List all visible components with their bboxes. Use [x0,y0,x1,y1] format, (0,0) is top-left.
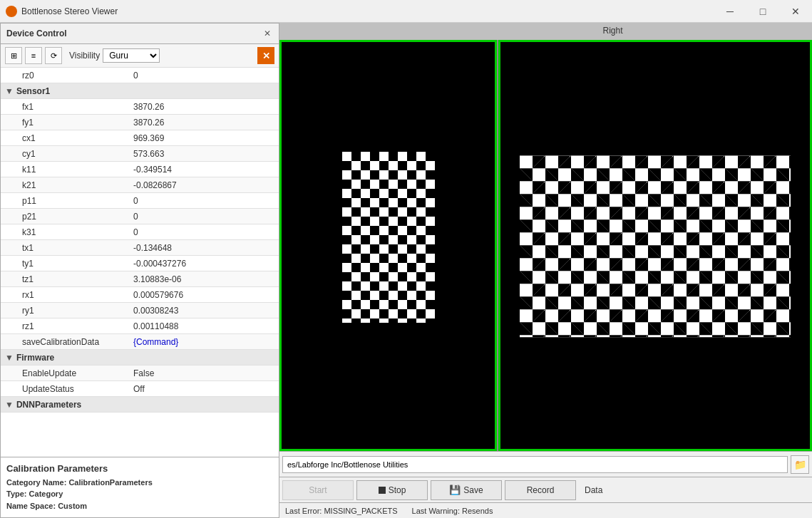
panel-bottom-meta: Category Name: CalibrationParameters Typ… [6,477,273,512]
left-cam-bg [282,42,495,449]
camera-view-left [279,40,497,451]
prop-value-tx1[interactable]: -0.134648 [129,242,279,254]
visibility-label: Visibility [69,51,100,61]
status-bar: Last Error: MISSING_PACKETS Last Warning… [279,502,812,518]
prop-row-rz0: rz0 0 [1,68,279,83]
app-title: Bottlenose Stereo Viewer [21,6,118,16]
app-icon [6,6,17,17]
maximize-button[interactable]: □ [746,0,779,23]
category-name-label: Category Name: [6,478,66,487]
namespace-line: Name Space: Custom [6,500,273,512]
prop-value-enableupdate[interactable]: False [129,367,279,380]
namespace-label: Name Space: [6,502,56,510]
prop-name-tz1: tz1 [1,273,129,286]
prop-row-tz1: tz1 3.10883e-06 [1,271,279,287]
prop-value-k31[interactable]: 0 [129,226,279,239]
close-x-button[interactable]: ✕ [257,47,274,64]
prop-row-fy1: fy1 3870.26 [1,115,279,130]
prop-value-k21[interactable]: -0.0826867 [129,179,279,192]
stop-button[interactable]: Stop [356,480,428,500]
panel-bottom-title: Calibration Parameters [6,463,273,474]
log-label: Data [585,485,602,495]
prop-value-saveCalibrationData[interactable]: {Command} [129,336,279,348]
prop-name-ry1: ry1 [1,304,129,317]
section-firmware[interactable]: ▼Firmware [1,350,279,366]
prop-name-rz0: rz0 [1,69,129,82]
record-button[interactable]: Record [505,480,576,500]
prop-value-p11[interactable]: 0 [129,195,279,207]
category-name-line: Category Name: CalibrationParameters [6,477,273,489]
prop-value-cx1[interactable]: 969.369 [129,132,279,145]
folder-button[interactable]: 📁 [791,455,809,474]
prop-row-k31: k31 0 [1,224,279,240]
main-container: Device Control ✕ ⊞ ≡ ⟳ Visibility Guru E… [0,23,812,518]
visibility-select[interactable]: Guru Expert Beginner [103,48,160,63]
prop-row-tx1: tx1 -0.134648 [1,240,279,256]
stop-icon [379,487,386,494]
prop-row-ty1: ty1 -0.000437276 [1,256,279,271]
start-label: Start [309,485,327,495]
prop-value-updatestatus[interactable]: Off [129,383,279,395]
path-toolbar: 📁 [279,451,812,477]
prop-row-rz1: rz1 0.00110488 [1,318,279,334]
action-toolbar: Start Stop 💾 Save Record Data [279,477,812,502]
prop-row-updatestatus: UpdateStatus Off [1,381,279,397]
toolbar-btn-1[interactable]: ⊞ [5,47,22,64]
close-button[interactable]: ✕ [779,0,812,23]
prop-name-rz1: rz1 [1,320,129,333]
views-header: Right [279,23,812,40]
prop-value-p21[interactable]: 0 [129,210,279,223]
prop-value-ry1[interactable]: 0.00308243 [129,304,279,317]
prop-name-p21: p21 [1,210,129,223]
prop-row-enableupdate: EnableUpdate False [1,366,279,381]
prop-row-k21: k21 -0.0826867 [1,177,279,193]
prop-name-fy1: fy1 [1,116,129,129]
prop-value-fx1[interactable]: 3870.26 [129,100,279,113]
camera-view-right [498,40,812,451]
record-label: Record [527,485,555,495]
section-dnnparameters[interactable]: ▼DNNParameters [1,397,279,413]
prop-name-cx1: cx1 [1,132,129,145]
prop-name-updatestatus: UpdateStatus [1,383,129,395]
prop-row-k11: k11 -0.349514 [1,162,279,177]
minimize-button[interactable]: ─ [714,0,746,23]
last-warning-label: Last Warning: [412,507,460,515]
toolbar-btn-2[interactable]: ≡ [25,47,42,64]
prop-value-rx1[interactable]: 0.000579676 [129,289,279,301]
namespace-value: Custom [58,502,87,510]
prop-name-fx1: fx1 [1,100,129,113]
prop-value-fy1[interactable]: 3870.26 [129,116,279,129]
prop-value-ty1[interactable]: -0.000437276 [129,257,279,270]
section-sensor1-label: ▼Sensor1 [1,85,129,98]
last-error-value: MISSING_PACKETS [324,507,397,515]
prop-value-tz1[interactable]: 3.10883e-06 [129,273,279,286]
prop-value-k11[interactable]: -0.349514 [129,163,279,176]
prop-value-cy1[interactable]: 573.663 [129,147,279,160]
device-panel-close[interactable]: ✕ [262,28,273,39]
left-checkerboard [342,152,435,323]
path-input[interactable] [282,456,788,473]
save-button[interactable]: 💾 Save [431,480,502,500]
device-panel-header: Device Control ✕ [1,24,279,44]
right-cam-bg [500,42,810,449]
section-firmware-value [129,356,279,359]
prop-name-tx1: tx1 [1,242,129,254]
prop-row-cy1: cy1 573.663 [1,146,279,162]
prop-name-enableupdate: EnableUpdate [1,367,129,380]
prop-value-rz0[interactable]: 0 [129,69,279,82]
prop-name-k11: k11 [1,163,129,176]
panel-toolbar: ⊞ ≡ ⟳ Visibility Guru Expert Beginner ✕ [1,44,279,68]
start-button[interactable]: Start [282,480,354,500]
property-table: rz0 0 ▼Sensor1 fx1 3870.26 fy1 3870.26 c… [1,68,279,457]
stop-label: Stop [389,485,406,495]
section-sensor1[interactable]: ▼Sensor1 [1,83,279,99]
prop-row-ry1: ry1 0.00308243 [1,303,279,318]
section-dnnparameters-label: ▼DNNParameters [1,398,129,411]
type-label: Type: [6,489,27,498]
window-controls: ─ □ ✕ [714,0,812,23]
toolbar-btn-3[interactable]: ⟳ [45,47,62,64]
last-error-label: Last Error: [285,507,322,515]
camera-views [279,40,812,451]
right-checkerboard [520,155,791,337]
prop-value-rz1[interactable]: 0.00110488 [129,320,279,333]
